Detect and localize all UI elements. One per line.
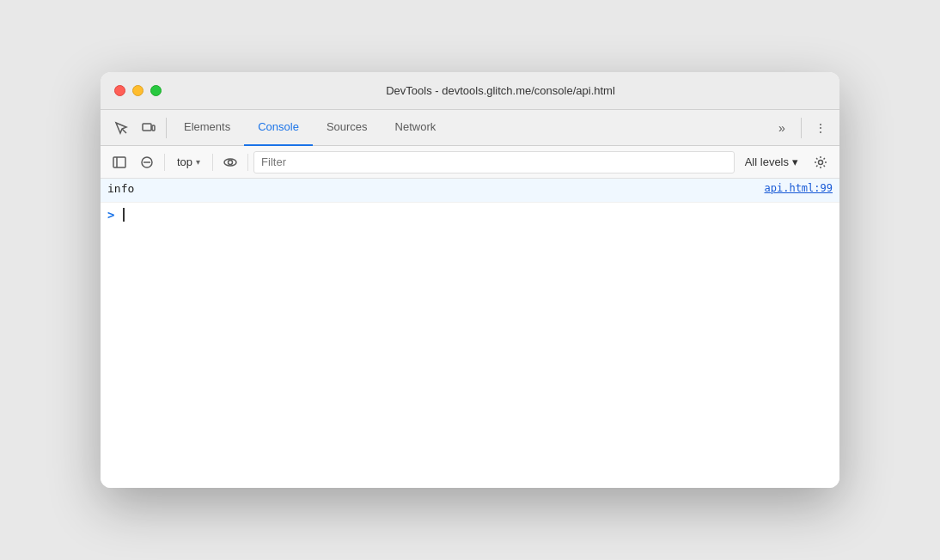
filter-input-wrap <box>253 151 735 173</box>
console-input-row[interactable]: > <box>101 203 839 227</box>
tab-elements[interactable]: Elements <box>170 110 244 146</box>
tab-bar-right: » ⋮ <box>770 116 833 140</box>
svg-rect-3 <box>113 157 125 167</box>
svg-rect-2 <box>152 125 155 131</box>
tab-divider <box>166 118 167 138</box>
live-expressions-icon[interactable] <box>218 150 242 174</box>
context-arrow-icon: ▾ <box>196 157 200 167</box>
svg-point-9 <box>819 160 823 164</box>
filter-input[interactable] <box>261 155 727 168</box>
window-title: DevTools - devtools.glitch.me/console/ap… <box>175 84 826 97</box>
console-content: info api.html:99 > <box>101 179 839 488</box>
levels-arrow-icon: ▾ <box>792 155 798 168</box>
devtools-tab-bar: Elements Console Sources Network » ⋮ <box>101 110 839 146</box>
tab-console[interactable]: Console <box>244 110 313 146</box>
devtools-menu-button[interactable]: ⋮ <box>809 116 833 140</box>
close-button[interactable] <box>114 85 125 96</box>
svg-line-0 <box>122 129 126 133</box>
clear-console-icon[interactable] <box>135 150 159 174</box>
more-tabs-button[interactable]: » <box>770 116 794 140</box>
console-prompt: > <box>107 208 114 222</box>
tab-sources[interactable]: Sources <box>313 110 381 146</box>
inspect-icon[interactable] <box>107 114 135 142</box>
traffic-lights <box>114 85 162 96</box>
svg-point-8 <box>229 160 233 164</box>
minimize-button[interactable] <box>132 85 143 96</box>
sidebar-toggle-icon[interactable] <box>107 150 131 174</box>
console-cursor <box>123 208 125 222</box>
svg-rect-1 <box>143 124 151 131</box>
toolbar-divider-1 <box>164 154 165 171</box>
devtools-window: DevTools - devtools.glitch.me/console/ap… <box>101 72 839 488</box>
console-toolbar: top ▾ All levels ▾ <box>101 146 839 179</box>
console-entry: info api.html:99 <box>101 179 839 203</box>
log-levels-button[interactable]: All levels ▾ <box>738 152 805 172</box>
context-selector[interactable]: top ▾ <box>170 152 207 172</box>
toolbar-divider-2 <box>212 154 213 171</box>
device-toolbar-icon[interactable] <box>135 114 162 142</box>
console-entry-source[interactable]: api.html:99 <box>751 182 833 194</box>
toolbar-divider-3 <box>247 154 248 171</box>
maximize-button[interactable] <box>150 85 162 96</box>
tab-network[interactable]: Network <box>381 110 450 146</box>
console-settings-icon[interactable] <box>809 150 833 174</box>
console-entry-text: info <box>107 182 751 195</box>
title-bar: DevTools - devtools.glitch.me/console/ap… <box>101 72 839 110</box>
right-divider <box>801 118 802 138</box>
